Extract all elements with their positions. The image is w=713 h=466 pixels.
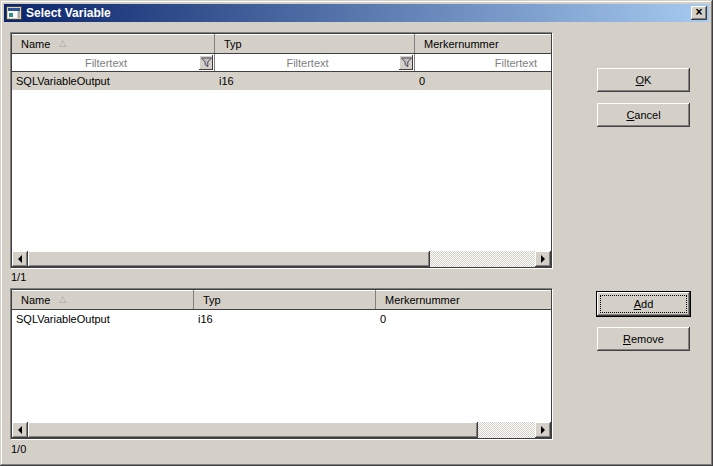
filter-row xyxy=(12,54,551,72)
add-button[interactable]: Add xyxy=(596,291,691,317)
title-bar[interactable]: Select Variable × xyxy=(4,4,709,22)
scroll-left-button[interactable] xyxy=(12,422,28,438)
cell-merkernummer: 0 xyxy=(415,75,551,87)
ok-button[interactable]: OK xyxy=(597,68,690,92)
filter-input-merkernummer[interactable] xyxy=(415,54,551,71)
scrollbar-thumb[interactable] xyxy=(28,251,430,267)
scroll-left-icon xyxy=(18,255,22,263)
empty-rows-area xyxy=(12,327,551,422)
close-button[interactable]: × xyxy=(691,6,707,20)
filter-funnel-icon xyxy=(201,57,212,68)
filter-cell-merkernummer xyxy=(415,54,551,71)
column-header-typ[interactable]: Typ xyxy=(194,290,376,309)
row-counter-bottom: 1/0 xyxy=(11,443,26,455)
cell-typ: i16 xyxy=(194,313,376,325)
cell-name: SQLVariableOutput xyxy=(12,313,194,325)
column-header-name[interactable]: Name △ xyxy=(12,290,194,309)
row-counter-top: 1/1 xyxy=(11,271,26,283)
window-title: Select Variable xyxy=(26,6,111,20)
remove-button[interactable]: Remove xyxy=(597,327,690,351)
scrollbar-thumb[interactable] xyxy=(28,422,478,438)
filter-cell-typ xyxy=(215,54,415,71)
cancel-button[interactable]: Cancel xyxy=(597,103,690,127)
select-variable-dialog: Select Variable × Name △ Typ Merkernumme… xyxy=(0,0,713,466)
filter-funnel-icon xyxy=(401,57,412,68)
selected-variables-table: Name △ Typ Merkernummer SQLVariableOutpu… xyxy=(10,288,553,440)
window-icon xyxy=(6,5,22,21)
sort-ascending-icon: △ xyxy=(59,295,66,304)
table-header-row: Name △ Typ Merkernummer xyxy=(12,290,551,310)
filter-input-name[interactable] xyxy=(12,54,214,71)
filter-funnel-button[interactable] xyxy=(199,55,213,70)
horizontal-scrollbar xyxy=(12,251,551,267)
horizontal-scrollbar xyxy=(12,422,551,438)
scroll-right-icon xyxy=(541,255,545,263)
available-variables-table: Name △ Typ Merkernummer xyxy=(10,32,553,269)
cell-merkernummer: 0 xyxy=(376,313,551,325)
column-header-merkernummer[interactable]: Merkernummer xyxy=(376,290,551,309)
scroll-left-icon xyxy=(18,426,22,434)
table-row[interactable]: SQLVariableOutput i16 0 xyxy=(12,72,551,90)
column-header-name[interactable]: Name △ xyxy=(12,34,215,53)
scroll-right-button[interactable] xyxy=(535,251,551,267)
scrollbar-track[interactable] xyxy=(28,422,535,438)
filter-funnel-button[interactable] xyxy=(399,55,413,70)
scroll-right-icon xyxy=(541,426,545,434)
column-header-merkernummer[interactable]: Merkernummer xyxy=(415,34,551,53)
filter-input-typ[interactable] xyxy=(215,54,414,71)
close-icon: × xyxy=(695,6,702,18)
cell-name: SQLVariableOutput xyxy=(12,75,215,87)
empty-rows-area xyxy=(12,90,551,251)
table-row[interactable]: SQLVariableOutput i16 0 xyxy=(12,310,551,327)
scrollbar-track[interactable] xyxy=(28,251,535,267)
scroll-right-button[interactable] xyxy=(535,422,551,438)
cell-typ: i16 xyxy=(215,75,415,87)
scroll-left-button[interactable] xyxy=(12,251,28,267)
table-header-row: Name △ Typ Merkernummer xyxy=(12,34,551,54)
filter-cell-name xyxy=(12,54,215,71)
sort-ascending-icon: △ xyxy=(59,39,66,48)
column-header-typ[interactable]: Typ xyxy=(215,34,415,53)
